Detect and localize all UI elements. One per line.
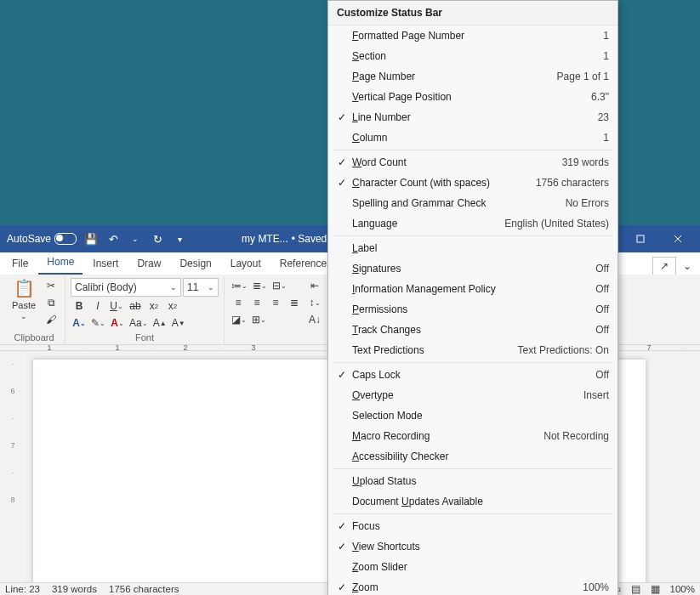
tab-draw[interactable]: Draw (128, 254, 169, 275)
ctx-item-overtype[interactable]: OvertypeInsert (328, 385, 617, 405)
ctx-item-track-changes[interactable]: Track ChangesOff (328, 320, 617, 340)
ctx-item-column[interactable]: Column1 (328, 128, 617, 148)
bullets-button[interactable]: ≔⌄ (230, 278, 249, 293)
paste-button[interactable]: 📋 Paste ⌄ (9, 278, 39, 320)
ctx-item-document-updates-available[interactable]: Document Updates Available (328, 491, 617, 512)
tab-insert[interactable]: Insert (84, 254, 127, 275)
font-color-button[interactable]: A⌄ (109, 315, 126, 331)
undo-dropdown-icon[interactable]: ⌄ (124, 229, 146, 249)
status-char-count[interactable]: 1756 characters (109, 584, 179, 594)
font-size-combo[interactable]: 11 ⌄ (183, 278, 219, 297)
vertical-ruler[interactable]: ·6·7·8 (0, 351, 26, 582)
ctx-item-label[interactable]: Label (328, 238, 617, 258)
save-icon[interactable]: 💾 (80, 229, 102, 249)
tab-home[interactable]: Home (38, 252, 83, 275)
ctx-item-signatures[interactable]: SignaturesOff (328, 258, 617, 279)
checkmark-icon: ✓ (333, 520, 350, 532)
ctx-item-line-number[interactable]: ✓Line Number23 (328, 107, 617, 128)
ctx-item-accessibility-checker[interactable]: Accessibility Checker (328, 446, 617, 467)
align-right-button[interactable]: ≡ (267, 295, 284, 310)
sort-button[interactable]: A↓ (306, 312, 323, 327)
ctx-item-text-predictions[interactable]: Text PredictionsText Predictions: On (328, 340, 617, 360)
subscript-button[interactable]: x2 (145, 298, 162, 314)
ctx-item-upload-status[interactable]: Upload Status (328, 471, 617, 491)
cut-button[interactable]: ✂ (43, 278, 60, 293)
grow-font-button[interactable]: A▲ (151, 315, 168, 331)
text-effects-button[interactable]: A⌄ (71, 315, 88, 331)
undo-icon[interactable]: ↶ (102, 229, 124, 249)
ribbon-collapse-button[interactable]: ⌄ (678, 258, 697, 275)
autosave-label: AutoSave (7, 233, 51, 245)
strikethrough-button[interactable]: ab (127, 298, 144, 314)
ctx-item-formatted-page-number[interactable]: Formatted Page Number1 (328, 26, 617, 46)
zoom-level[interactable]: 100% (670, 584, 695, 594)
view-web-layout-button[interactable]: ▦ (651, 583, 660, 595)
multilevel-list-button[interactable]: ⊟⌄ (270, 278, 288, 293)
web-layout-icon: ▦ (651, 583, 660, 595)
status-word-count[interactable]: 319 words (52, 584, 97, 594)
decrease-indent-button[interactable]: ⇤ (306, 278, 323, 293)
ctx-item-zoom-slider[interactable]: Zoom Slider (328, 557, 617, 577)
ctx-item-permissions[interactable]: PermissionsOff (328, 299, 617, 320)
ctx-item-spelling-and-grammar-check[interactable]: Spelling and Grammar CheckNo Errors (328, 193, 617, 213)
ctx-item-label: Zoom Slider (350, 561, 609, 573)
italic-button[interactable]: I (89, 298, 106, 314)
ctx-item-selection-mode[interactable]: Selection Mode (328, 405, 617, 426)
font-group-label: Font (71, 331, 219, 343)
status-line-number[interactable]: Line: 23 (5, 584, 40, 594)
redo-icon[interactable]: ↻ (146, 229, 168, 249)
numbering-button[interactable]: ≣⌄ (251, 278, 269, 293)
qat-overflow-icon[interactable]: ▾ (168, 229, 191, 249)
superscript-button[interactable]: x2 (164, 298, 181, 314)
checkmark-icon: ✓ (333, 177, 350, 189)
tab-file[interactable]: File (3, 254, 37, 275)
ctx-item-character-count-with-spaces[interactable]: ✓Character Count (with spaces)1756 chara… (328, 173, 617, 193)
ctx-item-information-management-policy[interactable]: Information Management PolicyOff (328, 279, 617, 299)
align-justify-button[interactable]: ≣ (286, 295, 303, 310)
ctx-item-value: 6.3" (591, 91, 609, 103)
tab-layout[interactable]: Layout (222, 254, 270, 275)
ctx-item-value: 1 (603, 132, 609, 144)
close-button[interactable] (659, 225, 697, 252)
ctx-item-label: Character Count (with spaces) (350, 177, 536, 189)
align-left-button[interactable]: ≡ (230, 295, 247, 310)
copy-button[interactable]: ⧉ (43, 295, 60, 310)
paste-label: Paste (12, 300, 36, 310)
ctx-item-view-shortcuts[interactable]: ✓View Shortcuts (328, 536, 617, 557)
ctx-item-page-number[interactable]: Page NumberPage 1 of 1 (328, 66, 617, 87)
share-button[interactable]: ↗ (652, 257, 676, 275)
ctx-item-vertical-page-position[interactable]: Vertical Page Position6.3" (328, 87, 617, 107)
format-painter-button[interactable]: 🖌 (43, 312, 60, 327)
change-case-button[interactable]: Aa⌄ (128, 315, 150, 331)
underline-button[interactable]: U⌄ (108, 298, 125, 314)
ctx-item-value: Off (595, 324, 609, 336)
ctx-item-caps-lock[interactable]: ✓Caps LockOff (328, 365, 617, 385)
ctx-item-section[interactable]: Section1 (328, 46, 617, 66)
tab-design[interactable]: Design (171, 254, 219, 275)
view-print-layout-button[interactable]: ▤ (631, 583, 640, 595)
ctx-item-label: Line Number (350, 111, 598, 123)
bold-button[interactable]: B (71, 298, 88, 314)
ctx-item-value: English (United States) (504, 218, 609, 230)
ctx-item-label: Accessibility Checker (350, 450, 609, 462)
maximize-button[interactable] (622, 225, 659, 252)
line-spacing-button[interactable]: ↕⌄ (306, 295, 323, 310)
ctx-item-language[interactable]: LanguageEnglish (United States) (328, 213, 617, 234)
align-center-button[interactable]: ≡ (248, 295, 265, 310)
autosave-toggle[interactable] (54, 233, 77, 245)
shading-button[interactable]: ◪⌄ (230, 312, 248, 327)
shrink-font-button[interactable]: A▼ (170, 315, 187, 331)
ctx-item-value: Not Recording (543, 430, 609, 442)
ctx-item-label: Signatures (350, 263, 595, 275)
ctx-item-label: Upload Status (350, 475, 609, 487)
ctx-item-word-count[interactable]: ✓Word Count319 words (328, 152, 617, 173)
ctx-item-zoom[interactable]: ✓Zoom100% (328, 577, 617, 595)
ctx-item-label: Label (350, 242, 609, 254)
ctx-item-focus[interactable]: ✓Focus (328, 516, 617, 536)
document-name: my MTE... (242, 233, 288, 245)
ctx-item-label: Overtype (350, 389, 583, 401)
ctx-item-macro-recording[interactable]: Macro RecordingNot Recording (328, 426, 617, 446)
highlight-color-button[interactable]: ✎⌄ (89, 315, 107, 331)
font-name-combo[interactable]: Calibri (Body) ⌄ (71, 278, 181, 297)
borders-button[interactable]: ⊞⌄ (250, 312, 268, 327)
